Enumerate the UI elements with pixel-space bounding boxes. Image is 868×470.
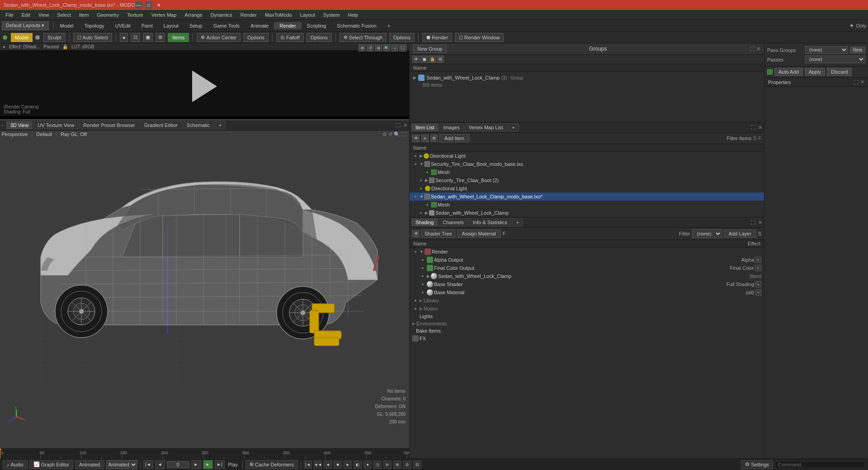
- il-vis-col-7[interactable]: ●: [424, 202, 430, 208]
- sh-alpha-dropdown[interactable]: ▾: [755, 257, 761, 263]
- select-mode-verts[interactable]: ●: [120, 33, 128, 42]
- play-button[interactable]: ►: [203, 460, 213, 469]
- tab-animate[interactable]: Animate: [245, 22, 274, 29]
- il-tab-items[interactable]: Item List: [411, 123, 439, 132]
- close-button[interactable]: ✕: [155, 1, 162, 9]
- tab-layout[interactable]: Layout: [158, 22, 184, 29]
- sh-row-render[interactable]: ● ▼ Render: [410, 248, 764, 256]
- rv-icon-6[interactable]: ⛶: [399, 44, 406, 52]
- shader-tree-button[interactable]: Shader Tree: [421, 230, 455, 238]
- sh-tab-shading[interactable]: Shading: [411, 218, 438, 226]
- tab-model[interactable]: Model: [55, 22, 79, 29]
- il-vis-col-6[interactable]: ●: [412, 193, 419, 200]
- sh-vis-6[interactable]: ●: [420, 289, 426, 296]
- sh-vis-8[interactable]: ●: [412, 306, 419, 312]
- bt-icon-11[interactable]: ⊘: [403, 461, 411, 469]
- groups-settings-icon[interactable]: ⚙: [437, 56, 444, 63]
- sh-expand-icon[interactable]: ⛶: [750, 220, 755, 225]
- properties-expand[interactable]: ⛶: [854, 80, 859, 85]
- shader-filter-dropdown[interactable]: (none): [692, 229, 722, 238]
- sh-row-alpha[interactable]: ● Alpha Output Alpha ▾: [410, 256, 764, 264]
- checkbox-auto-add[interactable]: [767, 69, 773, 75]
- bt-icon-6[interactable]: ◐: [354, 461, 362, 469]
- item-row-mesh1[interactable]: ● Mesh: [410, 168, 764, 176]
- select-mode-faces[interactable]: ▣: [143, 33, 153, 42]
- bt-icon-3[interactable]: ◄: [324, 461, 332, 469]
- 3d-viewport-canvas[interactable]: Perspective | Default | Ray GL: Off ⚙ ↺ …: [0, 131, 409, 448]
- rv-icon-5[interactable]: ↔: [391, 44, 398, 52]
- menu-geometry[interactable]: Geometry: [93, 11, 122, 19]
- auto-add-button[interactable]: Auto Add: [774, 68, 803, 76]
- bt-icon-9[interactable]: ⊳: [383, 461, 392, 469]
- il-vis-col-3[interactable]: ●: [424, 169, 430, 175]
- pass-groups-dropdown[interactable]: (none): [805, 46, 848, 54]
- sh-vis-3[interactable]: ●: [420, 265, 426, 271]
- pass-groups-new-button[interactable]: New: [850, 47, 865, 53]
- menu-vertex-map[interactable]: Vertex Map: [148, 11, 180, 19]
- go-end-button[interactable]: ►|: [215, 460, 225, 469]
- vp-icon-orbit[interactable]: ↺: [388, 132, 392, 137]
- groups-close-icon[interactable]: ✕: [756, 46, 760, 52]
- il-settings-icon[interactable]: ⚙: [430, 135, 438, 142]
- animated-dropdown[interactable]: Animated: [106, 460, 137, 469]
- new-group-button[interactable]: New Group: [413, 45, 447, 53]
- menu-dynamics[interactable]: Dynamics: [207, 11, 236, 19]
- vp-tab-3dview[interactable]: 3D View: [6, 121, 33, 129]
- il-vis-col-5[interactable]: ●: [418, 185, 424, 192]
- model-mode-button[interactable]: Model: [11, 33, 33, 42]
- default-layouts-dropdown[interactable]: Default Layouts ▾: [2, 21, 49, 30]
- render-window-button[interactable]: ◻ Render Window: [455, 33, 504, 42]
- select-through-button[interactable]: ⊗ Select Through: [340, 33, 387, 42]
- bt-icon-7[interactable]: ●: [363, 461, 372, 469]
- tab-setup[interactable]: Setup: [184, 22, 208, 29]
- falloff-button[interactable]: ◎ Falloff: [276, 33, 304, 42]
- groups-expand-icon[interactable]: ⛶: [750, 46, 755, 52]
- rv-icon-2[interactable]: ↺: [367, 44, 374, 52]
- item-row-file2[interactable]: ● ▶ Security_Tire_Claw_Boot (2): [410, 176, 764, 184]
- menu-texture[interactable]: Texture: [123, 11, 147, 19]
- bt-icon-4[interactable]: ■: [334, 461, 342, 469]
- apply-button[interactable]: Apply: [805, 68, 826, 76]
- vp-tab-schematic[interactable]: Schematic: [183, 121, 214, 129]
- vp-tab-render-preset[interactable]: Render Preset Browser: [79, 121, 139, 129]
- vp-tab-gradient[interactable]: Gradient Editor: [140, 121, 182, 129]
- item-row-file1[interactable]: ● ▼ Security_Tire_Claw_Boot_modo_base.lx…: [410, 160, 764, 168]
- sh-row-lights[interactable]: Lights: [410, 313, 764, 320]
- menu-view[interactable]: View: [35, 11, 53, 19]
- bt-icon-5[interactable]: ►: [344, 461, 352, 469]
- go-start-button[interactable]: |◄: [143, 460, 153, 469]
- il-vis-col-2[interactable]: ●: [412, 161, 419, 167]
- sh-row-bake[interactable]: Bake Items: [410, 327, 764, 334]
- menu-item[interactable]: Item: [75, 11, 92, 19]
- groups-vis-icon[interactable]: 👁: [412, 56, 420, 63]
- sh-base-mat-dropdown[interactable]: ▾: [755, 289, 761, 296]
- menu-help[interactable]: Help: [344, 11, 362, 19]
- vp-close-icon[interactable]: ✕: [403, 122, 407, 128]
- vp-tab-plus[interactable]: +: [215, 121, 226, 129]
- add-layer-button[interactable]: Add Layer: [724, 230, 756, 238]
- item-row-mesh2[interactable]: ● Mesh: [410, 201, 764, 209]
- sh-final-dropdown[interactable]: ▾: [755, 265, 761, 271]
- sh-vis-5[interactable]: ●: [420, 281, 426, 287]
- sculpt-mode-button[interactable]: Sculpt: [43, 33, 66, 42]
- sh-tab-plus[interactable]: +: [512, 218, 523, 226]
- render-play-button[interactable]: [192, 70, 217, 102]
- sh-vis-4[interactable]: ●: [420, 273, 426, 279]
- sh-vis-icon[interactable]: 👁: [412, 230, 420, 237]
- action-center-button[interactable]: ⊕ Action Center: [197, 33, 241, 42]
- animated-button[interactable]: Animated: [75, 460, 104, 469]
- step-back-button[interactable]: ◄: [155, 460, 165, 469]
- groups-item-sedan[interactable]: ▶ Sedan_with_Wheel_Lock_Clamp (3) : Grou…: [411, 74, 762, 82]
- tab-plus[interactable]: +: [382, 22, 396, 29]
- vp-icon-zoom[interactable]: 🔍: [394, 132, 400, 137]
- menu-edit[interactable]: Edit: [18, 11, 34, 19]
- sh-row-fx[interactable]: FX: [410, 334, 764, 343]
- bt-icon-10[interactable]: ⊕: [393, 461, 401, 469]
- groups-lock-icon[interactable]: 🔒: [429, 56, 436, 63]
- tab-topology[interactable]: Topology: [79, 22, 109, 29]
- sh-row-base-shader[interactable]: ● Base Shader Full Shading ▾: [410, 280, 764, 288]
- add-item-button[interactable]: Add Item: [439, 134, 469, 142]
- tab-render[interactable]: Render: [274, 22, 301, 29]
- item-row-light1[interactable]: ● ▶ Directional Light: [410, 152, 764, 160]
- il-tab-vertex-map[interactable]: Vertex Map List: [465, 123, 507, 132]
